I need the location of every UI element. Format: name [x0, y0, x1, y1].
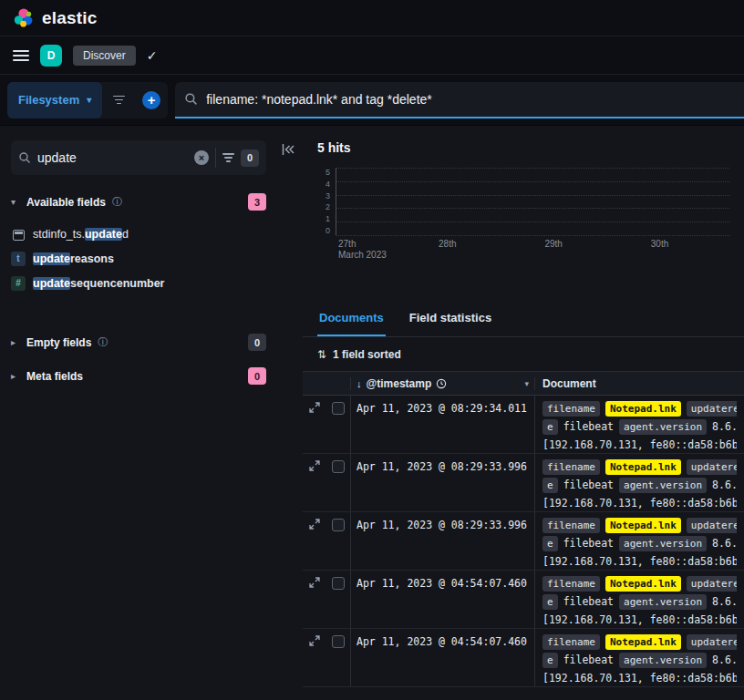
top-header: elastic: [0, 0, 744, 36]
breadcrumb[interactable]: Discover: [73, 46, 136, 66]
query-input[interactable]: filename: *notepad.lnk* and tag *delete*: [175, 82, 744, 118]
field-name-badge: e: [542, 536, 558, 551]
table-row: Apr 11, 2023 @ 08:29:33.996 filenameNote…: [303, 454, 744, 512]
hits-count: 5 hits: [303, 140, 744, 155]
field-item-stdinfo-ts-updated[interactable]: stdinfo_ts.updated: [11, 221, 266, 246]
plus-icon: +: [142, 91, 160, 109]
chevron-right-icon: ▸: [11, 337, 20, 347]
chevron-right-icon: ▸: [11, 371, 20, 381]
chevron-down-icon: ▾: [87, 96, 91, 105]
document-cell: filenameNotepad.lnkupdatereasefilebeatag…: [534, 629, 744, 686]
field-name-badge: updatereas: [687, 459, 737, 475]
field-name-badge: e: [542, 419, 558, 435]
highlighted-value: Notepad.lnk: [605, 518, 681, 533]
document-cell: filenameNotepad.lnkupdatereasefilebeatag…: [534, 396, 744, 453]
menu-icon[interactable]: [13, 50, 29, 61]
collapse-column: [274, 126, 303, 700]
meta-count-badge: 0: [248, 367, 266, 385]
dataview-group: Filesystem ▾ +: [7, 82, 168, 118]
elastic-brand[interactable]: elastic: [13, 7, 98, 29]
field-name-badge: agent.version: [619, 536, 707, 551]
table-row: Apr 11, 2023 @ 04:54:07.460 filenameNote…: [303, 571, 744, 629]
chevron-down-icon: ▾: [11, 197, 20, 207]
expand-row-icon[interactable]: [309, 460, 320, 471]
data-view-picker[interactable]: Filesystem ▾: [7, 82, 102, 118]
sorted-label: 1 field sorted: [333, 348, 401, 361]
field-value: 8.6.2: [712, 595, 737, 608]
section-label: Meta fields: [26, 370, 83, 383]
field-name: updatereasons: [33, 252, 114, 265]
table-row: Apr 11, 2023 @ 08:29:33.996 filenameNote…: [303, 512, 744, 571]
tab-field-statistics[interactable]: Field statistics: [408, 301, 493, 336]
field-item-updatesequencenumber[interactable]: # updatesequencenumber: [11, 271, 266, 295]
field-item-updatereasons[interactable]: t updatereasons: [11, 246, 266, 271]
meta-fields-section[interactable]: ▸ Meta fields 0: [11, 367, 266, 385]
clear-search-icon[interactable]: ×: [194, 150, 209, 165]
timestamp-column-header[interactable]: ↓ @timestamp ▾: [350, 377, 534, 390]
table-row: Apr 11, 2023 @ 04:54:07.460 filenameNote…: [303, 629, 744, 687]
chart-plot-area[interactable]: 27thMarch 2023 28th 29th 30th: [336, 168, 729, 235]
available-count-badge: 3: [248, 193, 266, 211]
tab-documents[interactable]: Documents: [317, 301, 386, 336]
field-value: filebeat: [563, 479, 614, 491]
field-value: [192.168.70.131, fe80::da58:b6b: [542, 497, 737, 510]
row-checkbox[interactable]: [332, 519, 345, 531]
check-icon[interactable]: ✓: [147, 48, 158, 63]
chevron-down-icon[interactable]: ▾: [524, 379, 529, 388]
empty-fields-section[interactable]: ▸ Empty fields ⓘ 0: [11, 334, 266, 351]
grid-header: ↓ @timestamp ▾ Document: [303, 372, 744, 396]
field-value: filebeat: [563, 420, 614, 433]
field-value: 8.6.2: [712, 654, 737, 666]
document-column-header[interactable]: Document: [534, 377, 744, 390]
field-value: [192.168.70.131, fe80::da58:b6b: [542, 613, 737, 626]
available-fields-section[interactable]: ▾ Available fields ⓘ 3: [11, 193, 266, 211]
field-list: stdinfo_ts.updated t updatereasons # upd…: [11, 221, 266, 295]
field-name-badge: e: [542, 594, 558, 610]
field-name-badge: filename: [542, 401, 600, 417]
sort-fields-button[interactable]: ⇅ 1 field sorted: [303, 337, 744, 372]
table-row: Apr 11, 2023 @ 08:29:34.011 filenameNote…: [303, 396, 744, 454]
field-value: 8.6.2: [712, 420, 737, 433]
document-cell: filenameNotepad.lnkupdatereasefilebeatag…: [534, 571, 744, 628]
field-search-input[interactable]: update × 0: [11, 140, 266, 175]
highlighted-value: Notepad.lnk: [605, 576, 681, 592]
field-name-badge: agent.version: [619, 653, 707, 668]
query-bar: Filesystem ▾ + filename: *notepad.lnk* a…: [0, 75, 744, 126]
result-tabs: Documents Field statistics: [303, 301, 744, 337]
divider: [215, 148, 216, 168]
field-filter-count: 0: [241, 149, 259, 167]
field-value: 8.6.2: [712, 479, 737, 491]
field-name-badge: agent.version: [619, 419, 707, 435]
field-value: [192.168.70.131, fe80::da58:b6b: [542, 438, 737, 451]
row-checkbox[interactable]: [332, 577, 345, 590]
expand-row-icon[interactable]: [309, 635, 320, 646]
timestamp-header-label: @timestamp: [367, 377, 432, 390]
info-icon[interactable]: ⓘ: [112, 195, 122, 209]
field-value: filebeat: [563, 537, 614, 550]
field-name-badge: filename: [542, 518, 600, 533]
field-sidebar: update × 0 ▾ Available fields ⓘ 3 stdinf…: [0, 126, 274, 700]
filter-menu-button[interactable]: [102, 82, 135, 118]
timestamp-cell: Apr 11, 2023 @ 04:54:07.460: [350, 571, 534, 628]
row-checkbox[interactable]: [332, 460, 345, 473]
field-value: 8.6.2: [712, 537, 737, 550]
field-name-badge: agent.version: [619, 594, 707, 610]
field-name-badge: e: [542, 478, 558, 493]
field-filter-icon[interactable]: [222, 153, 234, 162]
discover-main: 5 hits 54 32 10 27thMarch 2023 28th 29th…: [303, 126, 744, 700]
field-value: filebeat: [563, 654, 614, 666]
row-checkbox[interactable]: [332, 635, 345, 648]
document-cell: filenameNotepad.lnkupdatereasefilebeatag…: [534, 512, 744, 570]
expand-row-icon[interactable]: [309, 577, 320, 588]
expand-row-icon[interactable]: [309, 402, 320, 413]
timestamp-cell: Apr 11, 2023 @ 08:29:33.996: [350, 454, 534, 511]
sort-desc-icon: ↓: [356, 378, 362, 389]
add-filter-button[interactable]: +: [135, 82, 168, 118]
row-checkbox[interactable]: [332, 402, 345, 415]
string-field-icon: t: [11, 252, 26, 266]
space-badge[interactable]: D: [40, 45, 62, 67]
info-icon[interactable]: ⓘ: [98, 335, 108, 349]
collapse-sidebar-icon[interactable]: [281, 142, 295, 157]
expand-row-icon[interactable]: [309, 519, 320, 530]
filter-icon: [113, 96, 125, 105]
